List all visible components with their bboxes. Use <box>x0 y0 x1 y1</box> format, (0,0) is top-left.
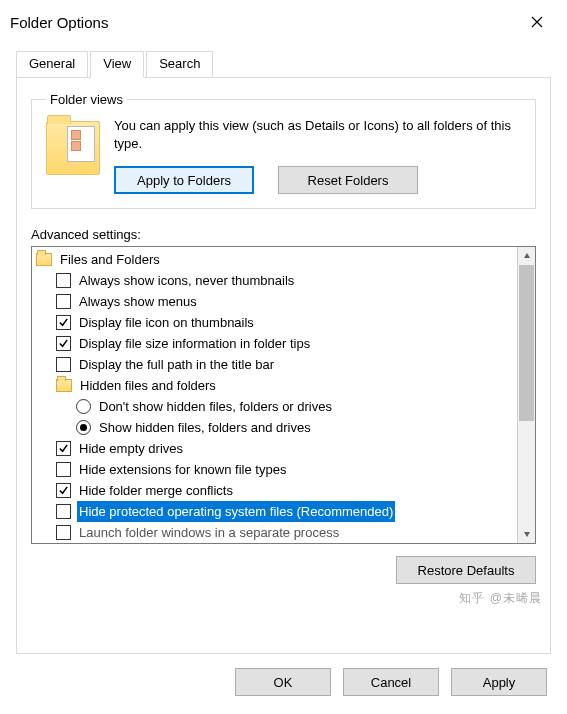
tree-item-label: Hide empty drives <box>77 438 185 459</box>
tree-item-label: Hidden files and folders <box>78 375 218 396</box>
tab-panel-view: Folder views You can apply this view (su… <box>16 77 551 654</box>
advanced-settings-label: Advanced settings: <box>31 227 536 242</box>
advanced-settings-list: Files and FoldersAlways show icons, neve… <box>31 246 536 544</box>
tree-item[interactable]: Display file icon on thumbnails <box>36 312 517 333</box>
checkbox[interactable] <box>56 483 71 498</box>
checkbox[interactable] <box>56 294 71 309</box>
reset-folders-button[interactable]: Reset Folders <box>278 166 418 194</box>
tree-item[interactable]: Display file size information in folder … <box>36 333 517 354</box>
tree-item[interactable]: Hide empty drives <box>36 438 517 459</box>
ok-button[interactable]: OK <box>235 668 331 696</box>
tree-item[interactable]: Launch folder windows in a separate proc… <box>36 522 517 543</box>
checkbox[interactable] <box>56 462 71 477</box>
folder-icon <box>46 121 100 175</box>
scroll-thumb[interactable] <box>519 265 534 421</box>
tab-strip: General View Search <box>16 50 551 77</box>
checkbox[interactable] <box>56 441 71 456</box>
window-title: Folder Options <box>10 14 108 31</box>
radio[interactable] <box>76 420 91 435</box>
scroll-track[interactable] <box>518 265 535 525</box>
close-button[interactable] <box>517 8 557 36</box>
tree-item[interactable]: Hide protected operating system files (R… <box>36 501 517 522</box>
cancel-button[interactable]: Cancel <box>343 668 439 696</box>
tree-item[interactable]: Display the full path in the title bar <box>36 354 517 375</box>
apply-to-folders-button[interactable]: Apply to Folders <box>114 166 254 194</box>
tree-group: Hidden files and folders <box>36 375 517 396</box>
dialog-footer: OK Cancel Apply <box>0 654 567 714</box>
checkbox[interactable] <box>56 315 71 330</box>
scroll-up-arrow-icon[interactable] <box>518 247 535 265</box>
tree-item[interactable]: Always show menus <box>36 291 517 312</box>
tree-item[interactable]: Hide extensions for known file types <box>36 459 517 480</box>
tree-item-label: Hide extensions for known file types <box>77 459 288 480</box>
tree-item[interactable]: Show hidden files, folders and drives <box>36 417 517 438</box>
tree-item-label: Always show menus <box>77 291 199 312</box>
tree-item[interactable]: Don't show hidden files, folders or driv… <box>36 396 517 417</box>
watermark: 知乎 @未晞晨 <box>459 590 542 607</box>
checkbox[interactable] <box>56 357 71 372</box>
tree-item-label: Launch folder windows in a separate proc… <box>77 522 341 543</box>
tab-general[interactable]: General <box>16 51 88 78</box>
tree-item-label: Display file icon on thumbnails <box>77 312 256 333</box>
tab-search[interactable]: Search <box>146 51 213 78</box>
tree-item[interactable]: Always show icons, never thumbnails <box>36 270 517 291</box>
tree-item-label: Hide folder merge conflicts <box>77 480 235 501</box>
checkbox[interactable] <box>56 525 71 540</box>
tree-item-label: Files and Folders <box>58 249 162 270</box>
tree-item-label: Hide protected operating system files (R… <box>77 501 395 522</box>
tree-item[interactable]: Hide folder merge conflicts <box>36 480 517 501</box>
apply-button[interactable]: Apply <box>451 668 547 696</box>
scroll-down-arrow-icon[interactable] <box>518 525 535 543</box>
folder-icon <box>36 253 52 266</box>
titlebar: Folder Options <box>0 0 567 42</box>
folder-views-description: You can apply this view (such as Details… <box>114 117 521 152</box>
tree-item-label: Always show icons, never thumbnails <box>77 270 296 291</box>
folder-views-group: Folder views You can apply this view (su… <box>31 92 536 209</box>
tree-group: Files and Folders <box>36 249 517 270</box>
checkbox[interactable] <box>56 336 71 351</box>
tree-item-label: Display the full path in the title bar <box>77 354 276 375</box>
radio[interactable] <box>76 399 91 414</box>
folder-icon <box>56 379 72 392</box>
tree-item-label: Don't show hidden files, folders or driv… <box>97 396 334 417</box>
scrollbar[interactable] <box>517 247 535 543</box>
restore-defaults-button[interactable]: Restore Defaults <box>396 556 536 584</box>
close-icon <box>531 16 543 28</box>
tree-item-label: Show hidden files, folders and drives <box>97 417 313 438</box>
folder-views-legend: Folder views <box>46 92 127 107</box>
checkbox[interactable] <box>56 273 71 288</box>
checkbox[interactable] <box>56 504 71 519</box>
tree-item-label: Display file size information in folder … <box>77 333 312 354</box>
tab-view[interactable]: View <box>90 51 144 78</box>
